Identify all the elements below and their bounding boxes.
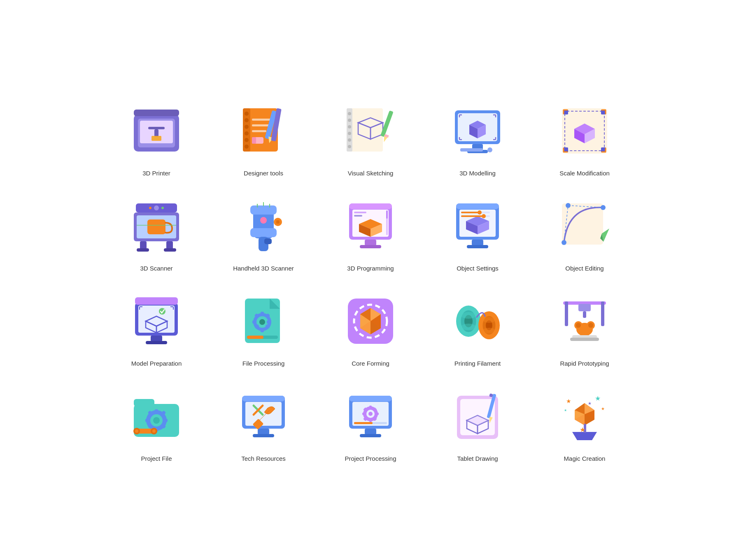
icon-label-magic-creation: Magic Creation <box>564 455 606 462</box>
svg-rect-82 <box>349 203 392 209</box>
svg-rect-94 <box>456 203 499 209</box>
icon-box-designer-tools <box>231 98 296 164</box>
svg-rect-162 <box>601 301 604 326</box>
svg-point-33 <box>348 145 351 148</box>
icon-item-project-file: Project File <box>115 383 198 462</box>
svg-rect-66 <box>137 248 149 252</box>
icon-box-handheld-3d-scanner <box>231 193 296 259</box>
icon-box-scale-modification <box>552 98 618 164</box>
svg-rect-180 <box>163 419 168 422</box>
svg-rect-164 <box>583 311 586 318</box>
icon-item-printing-filament: Printing Filament <box>436 288 519 367</box>
svg-rect-71 <box>250 205 277 215</box>
icon-label-project-file: Project File <box>141 455 172 462</box>
icon-label-visual-sketching: Visual Sketching <box>348 170 394 177</box>
icon-box-magic-creation: ★ ★ ★ ★ ★ ★ <box>552 383 618 449</box>
icon-label-rapid-prototyping: Rapid Prototyping <box>560 360 609 367</box>
svg-rect-194 <box>253 434 274 437</box>
svg-rect-193 <box>258 429 269 434</box>
svg-rect-202 <box>365 429 376 434</box>
svg-rect-102 <box>461 212 480 213</box>
icon-label-3d-printer: 3D Printer <box>142 170 170 177</box>
svg-point-48 <box>487 147 492 152</box>
svg-rect-173 <box>134 399 154 406</box>
icon-label-project-processing: Project Processing <box>345 455 396 462</box>
svg-rect-209 <box>362 413 366 415</box>
svg-point-110 <box>562 240 566 245</box>
svg-point-16 <box>245 138 249 142</box>
icon-item-core-forming: Core Forming <box>329 288 412 367</box>
svg-rect-20 <box>252 130 266 132</box>
svg-point-29 <box>348 119 351 122</box>
icon-grid: 3D Printer <box>91 73 650 487</box>
icon-label-3d-programming: 3D Programming <box>347 265 394 272</box>
icon-box-tech-resources <box>231 383 296 449</box>
icon-box-object-settings <box>445 193 510 259</box>
svg-rect-119 <box>146 341 167 344</box>
svg-rect-90 <box>354 215 362 217</box>
svg-text:★: ★ <box>566 398 571 404</box>
svg-rect-171 <box>570 338 599 341</box>
svg-point-123 <box>159 308 165 315</box>
icon-label-object-editing: Object Editing <box>565 265 604 272</box>
svg-point-152 <box>461 312 476 319</box>
svg-point-15 <box>245 131 249 135</box>
icon-label-tech-resources: Tech Resources <box>241 455 286 462</box>
icon-label-model-preparation: Model Preparation <box>131 360 182 367</box>
icon-item-object-editing: Object Editing <box>543 193 626 272</box>
svg-point-30 <box>348 125 351 128</box>
icon-box-file-processing <box>231 288 296 354</box>
svg-point-17 <box>245 145 249 149</box>
svg-point-12 <box>245 112 249 116</box>
svg-point-176 <box>153 417 160 424</box>
svg-point-187 <box>135 429 138 433</box>
icon-item-3d-scanner: 3D Scanner <box>115 193 198 272</box>
icon-label-core-forming: Core Forming <box>352 360 389 367</box>
icon-item-3d-modelling: 3D Modelling <box>436 98 519 177</box>
svg-point-159 <box>483 328 495 334</box>
svg-point-158 <box>483 317 495 323</box>
svg-point-189 <box>152 429 156 433</box>
svg-rect-89 <box>354 212 366 213</box>
svg-rect-85 <box>360 245 381 248</box>
icon-box-3d-printer <box>124 98 189 164</box>
svg-rect-4 <box>154 129 158 137</box>
svg-rect-207 <box>369 406 372 409</box>
icon-box-3d-scanner <box>124 193 189 259</box>
svg-rect-163 <box>578 304 591 311</box>
svg-rect-138 <box>247 336 263 339</box>
svg-rect-191 <box>242 396 285 401</box>
icon-box-rapid-prototyping <box>552 288 618 354</box>
svg-rect-9 <box>134 110 179 116</box>
icon-item-project-processing: Project Processing <box>329 383 412 462</box>
svg-rect-18 <box>252 119 273 121</box>
svg-point-168 <box>576 323 581 328</box>
icon-box-project-file <box>124 383 189 449</box>
svg-text:★: ★ <box>601 406 605 411</box>
svg-point-103 <box>478 210 482 215</box>
icon-box-3d-programming <box>338 193 403 259</box>
icon-item-object-settings: Object Settings <box>436 193 519 272</box>
svg-rect-92 <box>386 210 388 219</box>
svg-point-32 <box>348 138 351 142</box>
svg-rect-131 <box>252 320 256 324</box>
svg-point-69 <box>161 207 164 209</box>
icon-box-model-preparation <box>124 288 189 354</box>
svg-point-153 <box>461 324 476 330</box>
svg-rect-107 <box>562 203 603 245</box>
icon-label-object-settings: Object Settings <box>457 265 499 272</box>
icon-box-project-processing <box>338 383 403 449</box>
icon-item-model-preparation: Model Preparation <box>115 288 198 367</box>
icon-item-rapid-prototyping: Rapid Prototyping <box>543 288 626 367</box>
icon-box-object-editing <box>552 193 618 259</box>
icon-label-handheld-3d-scanner: Handheld 3D Scanner <box>233 265 294 272</box>
svg-rect-200 <box>349 396 392 401</box>
svg-rect-132 <box>267 320 271 324</box>
icon-item-tech-resources: Tech Resources <box>222 383 305 462</box>
svg-point-68 <box>149 207 151 209</box>
svg-rect-5 <box>151 136 161 141</box>
icon-label-printing-filament: Printing Filament <box>454 360 501 367</box>
svg-rect-72 <box>250 228 277 237</box>
svg-rect-130 <box>261 328 264 332</box>
svg-point-14 <box>245 125 249 129</box>
